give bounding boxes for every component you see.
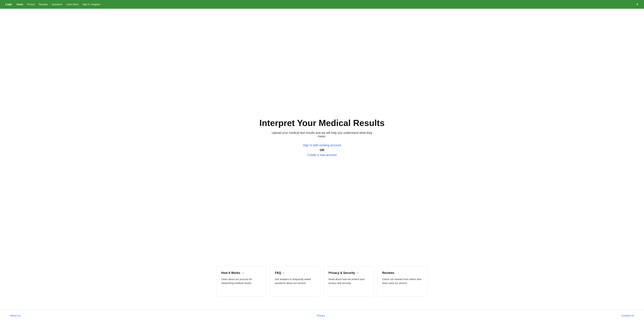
card-privacy-security-desc: Read about how we protect your privacy a…: [328, 278, 369, 285]
footer: About Us Privacy Contact Us: [0, 310, 644, 321]
create-account-link[interactable]: Create a new account: [307, 153, 336, 157]
nav-link-home[interactable]: Home: [16, 3, 23, 6]
sign-in-link[interactable]: Sign in with existing account: [303, 144, 341, 147]
footer-link-contact[interactable]: Contact Us: [622, 314, 634, 317]
card-faq-desc: Get answers to frequently asked question…: [275, 278, 316, 285]
nav-links: Home Privacy Reviews Questions Learn Mor…: [16, 3, 636, 6]
navbar: Logo Home Privacy Reviews Questions Lear…: [0, 0, 644, 9]
cards-section: How It Works → Learn about our process f…: [0, 263, 644, 310]
hero-subtitle: Upload your medical test results and we …: [272, 131, 372, 138]
card-how-it-works-desc: Learn about our process for interpreting…: [221, 278, 262, 285]
hero-section: Interpret Your Medical Results Upload yo…: [0, 9, 644, 263]
hero-title: Interpret Your Medical Results: [260, 118, 384, 128]
card-privacy-security-title: Privacy & Security →: [328, 271, 369, 275]
card-privacy-security[interactable]: Privacy & Security → Read about how we p…: [324, 266, 374, 296]
hero-or-text: OR: [320, 148, 324, 152]
nav-logo[interactable]: Logo: [5, 3, 12, 6]
nav-link-privacy[interactable]: Privacy: [27, 3, 35, 6]
theme-toggle-icon[interactable]: ☀: [636, 2, 639, 6]
card-faq[interactable]: FAQ → Get answers to frequently asked qu…: [270, 266, 320, 296]
hero-cta: Sign in with existing account OR Create …: [303, 144, 341, 157]
nav-link-signin[interactable]: Sign in / Register: [82, 3, 100, 6]
card-reviews-desc: Check out reviews from others who have u…: [382, 278, 423, 285]
nav-link-questions[interactable]: Questions: [52, 3, 62, 6]
card-faq-title: FAQ →: [275, 271, 316, 275]
card-reviews-title: Reviews: [382, 271, 423, 275]
footer-link-about[interactable]: About Us: [10, 314, 20, 317]
nav-link-reviews[interactable]: Reviews: [39, 3, 48, 6]
footer-link-privacy[interactable]: Privacy: [317, 314, 325, 317]
card-how-it-works-title: How It Works →: [221, 271, 262, 275]
card-reviews[interactable]: Reviews Check out reviews from others wh…: [377, 266, 428, 296]
nav-right: ☀: [636, 2, 639, 6]
card-how-it-works[interactable]: How It Works → Learn about our process f…: [216, 266, 267, 296]
nav-link-learn-more[interactable]: Learn More: [66, 3, 78, 6]
